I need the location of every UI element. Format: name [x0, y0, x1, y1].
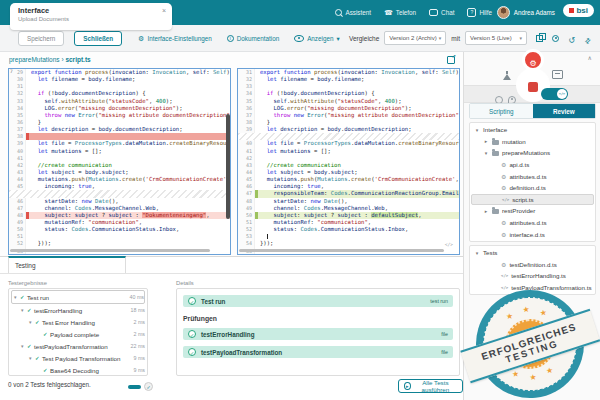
version-select-left[interactable]: Version 2 (Archiv)▾	[384, 31, 446, 45]
tab-scripting[interactable]: Scripting	[470, 104, 533, 118]
code-text: export function process(invocation: Invo…	[29, 69, 230, 76]
nav-item-chat[interactable]: Chat	[429, 9, 454, 16]
progress-bar[interactable]	[128, 385, 141, 389]
nav-item-help[interactable]: Hilfe	[467, 8, 492, 17]
tree-item[interactable]: ▾Interface	[471, 124, 594, 136]
code-text: }));	[258, 240, 459, 247]
code-line: 46 startDate: new Date(),	[9, 198, 230, 205]
test-result-row[interactable]: ▾✓Test Error Handling2 ms	[11, 316, 145, 328]
line-number: 50	[238, 212, 255, 219]
fullscreen-icon[interactable]	[583, 34, 592, 43]
test-result-label: Test run	[27, 294, 49, 301]
test-details: ✓ Test run test run Prüfungen ✓testError…	[176, 288, 460, 376]
process-status-icon[interactable]	[522, 49, 544, 71]
sidebar: ∧ </> Scripting Review ▾Interface▸mutati…	[463, 52, 600, 400]
target-icon[interactable]	[551, 34, 560, 43]
test-duration: 2 ms	[134, 319, 145, 325]
code-text: //create communication	[29, 162, 230, 169]
vertical-scrollbar[interactable]	[226, 114, 230, 219]
version-select-right[interactable]: Version 5 (Live)▾	[465, 31, 527, 45]
test-result-row[interactable]: ▾✓Test run40 ms	[11, 290, 145, 304]
chevron-down-icon: ▾	[336, 35, 339, 42]
document-tab[interactable]: Interface × Upload Documents	[10, 3, 172, 30]
code-icon: </>	[501, 285, 508, 290]
compare-mid-label: mit	[451, 35, 460, 42]
toolbar-link-eye[interactable]: Anzeigen▾	[294, 35, 339, 42]
collapse-chevron-icon[interactable]: ∧	[588, 54, 592, 61]
toolbar-link-gear[interactable]: Interface-Einstellungen	[138, 35, 212, 42]
sidebar-tabs: Scripting Review	[469, 103, 596, 119]
tree-item[interactable]: ▸mutation	[471, 136, 594, 148]
line-number: 52	[9, 240, 26, 247]
tree-item[interactable]: attributes.d.ts	[471, 217, 594, 229]
tree-item[interactable]: interface.d.ts	[471, 228, 594, 240]
tab-review[interactable]: Review	[533, 104, 596, 118]
chevron-down-icon: ▾	[519, 35, 522, 41]
flask-icon[interactable]	[503, 66, 511, 84]
line-number: 47	[9, 205, 26, 212]
tab-testing[interactable]: Testing	[8, 256, 126, 273]
test-result-row[interactable]: ▾✓Test Payload Transformation9 ms	[11, 352, 145, 364]
test-detail-header-row[interactable]: ✓ Test run test run	[183, 295, 453, 307]
tree-item[interactable]: </>testErrorHandling.ts	[471, 270, 594, 282]
close-document-button[interactable]: Schließen	[74, 31, 122, 46]
test-result-row[interactable]: ✓Payload complete2 ms	[11, 328, 145, 340]
code-line: 37 let description = body.documentDescri…	[9, 126, 230, 133]
archive-icon[interactable]	[552, 65, 563, 83]
test-result-row[interactable]: ▾✓testErrorHandling18 ms	[11, 304, 145, 316]
code-line: 35 throw new Error("missing attribute do…	[9, 112, 230, 119]
close-icon[interactable]: ×	[162, 7, 166, 14]
test-result-row[interactable]: ▾✓testPayloadTransformation22 ms	[11, 340, 145, 352]
code-view-toggle[interactable]: </>	[541, 88, 568, 100]
line-number: 33	[238, 83, 255, 90]
tree-item[interactable]: definition.d.ts	[471, 182, 594, 194]
tree-item[interactable]: api.d.ts	[471, 159, 594, 171]
tree-item-label: testDefinition.d.ts	[509, 261, 556, 268]
code-text: let subject = body.subject;	[29, 169, 230, 176]
search-icon	[335, 9, 342, 16]
run-all-tests-button[interactable]: Alle Tests ausführen	[398, 379, 463, 393]
horizontal-scrollbar[interactable]	[239, 249, 444, 252]
tree-item[interactable]: ▾Tests	[471, 247, 594, 259]
code-panel-new-version[interactable]: 31export function process(invocation: In…	[237, 68, 460, 255]
test-result-row[interactable]: ✓Base64 Decoding9 ms	[11, 364, 145, 376]
check-toggle-icon[interactable]: ✓	[144, 382, 153, 391]
test-detail-label: testPayloadTransformation	[201, 349, 282, 356]
tree-item[interactable]: attributes.d.ts	[471, 170, 594, 182]
copy-icon[interactable]	[535, 34, 544, 43]
code-text: subject: subject ? subject : defaultSubj…	[258, 212, 459, 219]
user-menu[interactable]: Andrea Adams	[497, 0, 555, 25]
test-detail-row[interactable]: ✓testPayloadTransformationfile	[183, 346, 453, 358]
nav-item-phone[interactable]: Telefon	[384, 9, 416, 16]
toolbar-icons	[535, 34, 592, 43]
tree-item[interactable]: ▾prepareMutations	[471, 147, 594, 159]
code-line	[238, 133, 459, 140]
code-text: if (!body.documentDescription) {	[29, 90, 230, 97]
toolbar-link-info[interactable]: Dokumentation	[227, 35, 279, 42]
tree-item[interactable]: ▸restProvider	[471, 205, 594, 217]
line-number: 43	[9, 169, 26, 176]
code-line: 31export function process(invocation: In…	[238, 69, 459, 76]
save-button[interactable]: Speichern	[18, 31, 64, 46]
breadcrumb[interactable]: prepareMutations › script.ts	[9, 56, 91, 63]
code-line: 42 //create communication	[9, 162, 230, 169]
line-number: 39	[9, 140, 26, 147]
stop-button[interactable]	[528, 82, 538, 92]
tree-item-label: script.ts	[512, 196, 533, 203]
code-text: //create communication	[258, 162, 459, 169]
test-summary: 0 von 2 Tests fehlgeschlagen.	[8, 381, 91, 388]
code-panel-old-version[interactable]: 729export function process(invocation: I…	[8, 68, 231, 255]
divider	[0, 273, 463, 274]
tree-item[interactable]: </>script.ts	[471, 194, 594, 206]
horizontal-scrollbar[interactable]	[10, 249, 210, 252]
nav-item-search[interactable]: Assistent	[335, 9, 371, 16]
history-icon[interactable]	[567, 34, 576, 43]
code-text: throw new Error("missing attribute docum…	[258, 112, 459, 119]
open-in-new-window-icon[interactable]	[447, 56, 455, 64]
tree-section: ▾Interface▸mutation▾prepareMutationsapi.…	[469, 122, 596, 242]
code-text: }	[29, 119, 230, 126]
tree-item[interactable]: testDefinition.d.ts	[471, 259, 594, 271]
test-detail-row[interactable]: ✓testErrorHandlingfile	[183, 328, 453, 340]
line-number: 44	[9, 176, 26, 183]
code-text: mutationRef: "communication",	[29, 219, 230, 226]
